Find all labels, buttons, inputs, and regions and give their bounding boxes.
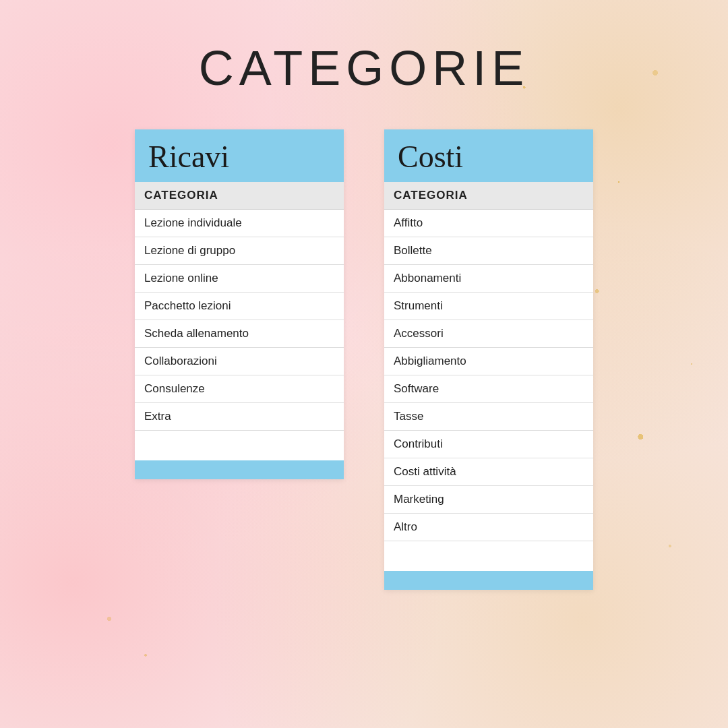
costi-subheader: CATEGORIA (384, 182, 593, 210)
costi-item-4: Strumenti (384, 293, 593, 320)
ricavi-item-6: Collaborazioni (135, 348, 344, 375)
costi-item-8: Tasse (384, 403, 593, 431)
costi-item-1: Affitto (384, 210, 593, 237)
ricavi-table: Ricavi CATEGORIA Lezione individuale Lez… (135, 129, 344, 479)
ricavi-title: Ricavi (148, 140, 229, 174)
ricavi-item-4: Pacchetto lezioni (135, 293, 344, 320)
ricavi-item-5: Scheda allenamento (135, 320, 344, 348)
ricavi-item-1: Lezione individuale (135, 210, 344, 237)
costi-item-3: Abbonamenti (384, 265, 593, 293)
costi-item-5: Accessori (384, 320, 593, 348)
costi-title: Costi (398, 140, 463, 174)
ricavi-item-7: Consulenze (135, 375, 344, 403)
ricavi-empty-row (135, 431, 344, 460)
costi-footer (384, 571, 593, 590)
costi-item-6: Abbigliamento (384, 348, 593, 375)
costi-item-9: Contributi (384, 431, 593, 458)
ricavi-item-3: Lezione online (135, 265, 344, 293)
ricavi-subheader: CATEGORIA (135, 182, 344, 210)
costi-empty-row (384, 541, 593, 571)
ricavi-footer (135, 460, 344, 479)
costi-item-7: Software (384, 375, 593, 403)
ricavi-header: Ricavi (135, 129, 344, 182)
tables-container: Ricavi CATEGORIA Lezione individuale Lez… (135, 129, 593, 590)
ricavi-item-8: Extra (135, 403, 344, 431)
costi-item-11: Marketing (384, 486, 593, 514)
ricavi-item-2: Lezione di gruppo (135, 237, 344, 265)
costi-item-12: Altro (384, 514, 593, 541)
costi-item-10: Costi attività (384, 458, 593, 486)
page: CATEGORIE Ricavi CATEGORIA Lezione indiv… (0, 0, 728, 728)
costi-item-2: Bollette (384, 237, 593, 265)
costi-table: Costi CATEGORIA Affitto Bollette Abbonam… (384, 129, 593, 590)
page-title: CATEGORIE (199, 40, 530, 96)
costi-header: Costi (384, 129, 593, 182)
